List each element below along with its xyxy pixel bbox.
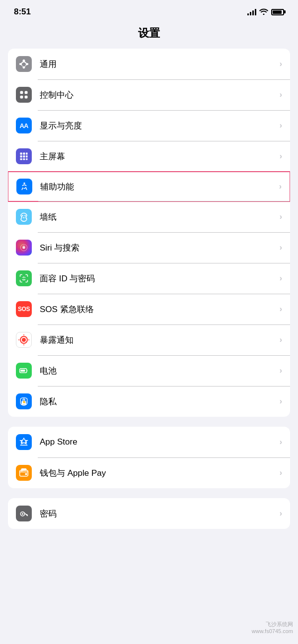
page-title: 设置 <box>0 21 298 49</box>
row-appstore[interactable]: App Store › <box>8 427 290 457</box>
row-wallet[interactable]: 钱包与 Apple Pay › <box>8 457 290 488</box>
svg-rect-8 <box>23 155 25 157</box>
accessibility-icon <box>16 179 32 194</box>
general-icon <box>16 56 32 72</box>
sos-text: SOS <box>18 306 30 313</box>
svg-rect-3 <box>25 96 28 99</box>
accessibility-label: 辅助功能 <box>40 181 279 193</box>
privacy-icon: ✋ <box>16 393 32 409</box>
row-general[interactable]: 通用 › <box>8 49 290 79</box>
wallpaper-chevron: › <box>280 212 282 221</box>
faceid-icon <box>16 270 32 286</box>
appstore-chevron: › <box>280 438 282 447</box>
svg-rect-4 <box>20 153 22 155</box>
row-wallpaper[interactable]: 墙纸 › <box>8 201 290 232</box>
privacy-label: 隐私 <box>40 396 280 407</box>
watermark: 飞沙系统网 www.fs0745.com <box>252 621 293 634</box>
row-privacy[interactable]: ✋ 隐私 › <box>8 386 290 417</box>
password-chevron: › <box>280 509 282 518</box>
row-control-center[interactable]: 控制中心 › <box>8 79 290 110</box>
svg-point-13 <box>23 183 25 184</box>
home-screen-icon <box>16 148 32 164</box>
wallpaper-icon <box>16 209 32 225</box>
svg-rect-22 <box>20 370 25 372</box>
svg-rect-2 <box>20 96 23 99</box>
svg-rect-12 <box>26 158 27 160</box>
display-chevron: › <box>280 121 282 130</box>
wallpaper-label: 墙纸 <box>40 211 280 223</box>
status-bar: 8:51 <box>0 0 298 21</box>
svg-rect-6 <box>26 153 27 155</box>
svg-point-18 <box>23 247 25 249</box>
battery-chevron: › <box>280 366 282 375</box>
sos-label: SOS 紧急联络 <box>40 304 280 315</box>
svg-rect-0 <box>20 91 23 94</box>
privacy-chevron: › <box>280 397 282 406</box>
general-label: 通用 <box>40 59 280 70</box>
row-sos[interactable]: SOS SOS 紧急联络 › <box>8 294 290 324</box>
svg-rect-5 <box>23 153 25 155</box>
row-faceid[interactable]: 面容 ID 与密码 › <box>8 263 290 294</box>
display-icon: AA <box>16 118 32 133</box>
exposure-chevron: › <box>280 335 282 344</box>
svg-point-19 <box>22 277 23 278</box>
sos-chevron: › <box>280 305 282 314</box>
exposure-label: 暴露通知 <box>40 334 280 346</box>
svg-rect-11 <box>23 158 25 160</box>
faceid-label: 面容 ID 与密码 <box>40 273 280 284</box>
status-time: 8:51 <box>14 7 31 17</box>
row-password[interactable]: 密码 › <box>8 498 290 529</box>
svg-text:✋: ✋ <box>22 400 26 404</box>
settings-group-2: App Store › 钱包与 Apple Pay › <box>8 427 290 488</box>
battery-icon <box>271 9 284 15</box>
password-label: 密码 <box>40 508 280 519</box>
battery-label: 电池 <box>40 365 280 377</box>
battery-row-icon <box>16 363 32 379</box>
home-screen-chevron: › <box>280 152 282 161</box>
svg-point-20 <box>25 277 26 278</box>
row-battery[interactable]: 电池 › <box>8 355 290 386</box>
svg-point-15 <box>24 215 26 216</box>
siri-chevron: › <box>280 243 282 252</box>
control-center-chevron: › <box>280 90 282 99</box>
svg-point-14 <box>22 215 23 216</box>
appstore-label: App Store <box>40 437 280 447</box>
general-chevron: › <box>280 60 282 68</box>
row-display[interactable]: AA 显示与亮度 › <box>8 110 290 141</box>
exposure-icon <box>16 332 32 348</box>
display-label: 显示与亮度 <box>40 120 280 131</box>
control-center-icon <box>16 87 32 103</box>
signal-icon <box>247 8 256 15</box>
wallet-icon <box>16 465 32 481</box>
svg-rect-1 <box>25 91 28 94</box>
row-siri[interactable]: Siri 与搜索 › <box>8 232 290 263</box>
svg-point-16 <box>23 217 25 218</box>
svg-rect-7 <box>20 155 22 157</box>
siri-label: Siri 与搜索 <box>40 242 280 254</box>
status-icons <box>247 8 284 16</box>
svg-rect-25 <box>25 473 27 475</box>
svg-rect-9 <box>26 155 27 157</box>
home-screen-label: 主屏幕 <box>40 151 280 162</box>
wifi-icon <box>259 8 268 16</box>
accessibility-chevron: › <box>279 182 282 191</box>
svg-rect-10 <box>20 158 22 160</box>
row-exposure[interactable]: 暴露通知 › <box>8 324 290 355</box>
control-center-label: 控制中心 <box>40 89 280 101</box>
row-home-screen[interactable]: 主屏幕 › <box>8 141 290 172</box>
settings-group-1: 通用 › 控制中心 › AA 显示与亮度 › <box>8 49 290 417</box>
wallet-label: 钱包与 Apple Pay <box>40 467 280 479</box>
siri-icon <box>16 240 32 256</box>
svg-point-27 <box>22 513 23 515</box>
faceid-chevron: › <box>280 274 282 283</box>
row-accessibility[interactable]: 辅助功能 › <box>8 171 290 202</box>
appstore-icon <box>16 434 32 450</box>
password-icon <box>16 506 32 521</box>
wallet-chevron: › <box>280 468 282 477</box>
sos-icon: SOS <box>16 301 32 317</box>
settings-group-3: 密码 › <box>8 498 290 529</box>
